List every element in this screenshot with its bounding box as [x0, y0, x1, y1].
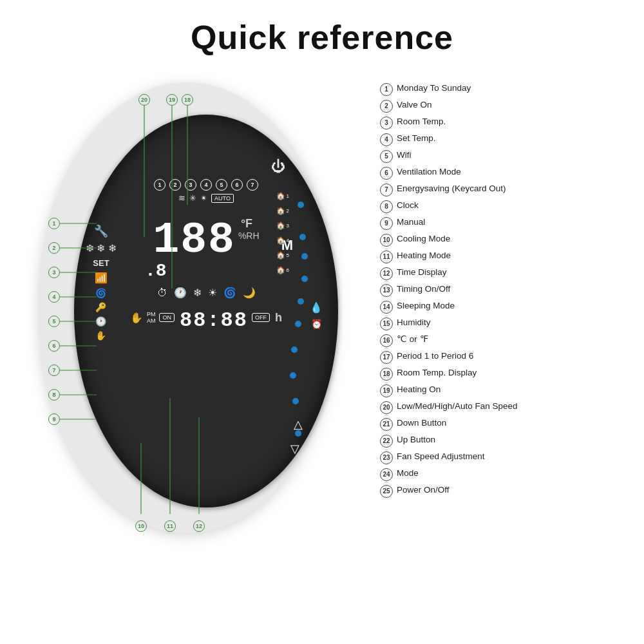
label-num-7: 7 — [380, 184, 393, 196]
diag-num-8: 8 — [48, 389, 60, 401]
label-num-24: 24 — [380, 468, 393, 481]
label-text-3: Room Temp. — [397, 116, 446, 128]
label-num-5: 5 — [380, 150, 393, 163]
hand-icon: ✋ — [95, 330, 106, 341]
device-body: ⏻ M 🔧 ❄ ❄ ❄ SET 📶 🌀 🔑 🕐 ✋ — [39, 82, 335, 533]
blue-dot-13 — [290, 372, 296, 379]
label-num-21: 21 — [380, 418, 393, 431]
blue-dot-23 — [295, 321, 301, 327]
label-num-6: 6 — [380, 167, 393, 180]
off-box: OFF — [252, 313, 270, 322]
label-num-16: 16 — [380, 334, 393, 347]
down-arrow-icon[interactable]: ▽ — [290, 442, 299, 456]
timer-icon: ⏱ — [157, 287, 167, 299]
sun-icon: ☀ — [208, 287, 217, 299]
decimal-value: .8 — [145, 262, 167, 280]
day-7: 7 — [247, 179, 258, 191]
moon-icon: 🌙 — [243, 287, 256, 299]
label-item-1: 1 Monday To Sunday — [380, 82, 644, 96]
diag-num-6: 6 — [48, 340, 60, 352]
diag-num-19: 19 — [166, 94, 178, 106]
fan-icon: 🌀 — [223, 287, 236, 299]
label-text-14: Sleeping Mode — [397, 300, 455, 312]
ventilation-icon: 🌀 — [95, 288, 106, 298]
blue-dot-25 — [298, 202, 304, 208]
time-display-value: 88:88 — [180, 310, 248, 331]
fan-med-icon: ✳ — [189, 193, 196, 203]
diag-num-4: 4 — [48, 291, 60, 303]
on-box: ON — [159, 313, 175, 322]
day-2: 2 — [169, 179, 181, 191]
label-item-4: 4 Set Temp. — [380, 133, 644, 146]
humidity-icon: 💧 — [310, 301, 323, 314]
label-num-17: 17 — [380, 351, 393, 364]
label-text-21: Down Button — [397, 417, 446, 430]
label-item-9: 9 Manual — [380, 216, 644, 230]
hour-unit: h — [275, 311, 282, 325]
label-text-6: Ventilation Mode — [397, 166, 461, 178]
diag-num-20: 20 — [138, 94, 150, 106]
up-arrow-icon[interactable]: △ — [294, 417, 303, 431]
label-item-3: 3 Room Temp. — [380, 116, 644, 129]
label-num-3: 3 — [380, 117, 393, 129]
label-text-13: Timing On/Off — [397, 283, 450, 296]
day-6: 6 — [231, 179, 243, 191]
period-icon-2: 🏠2 — [276, 207, 289, 215]
label-item-6: 6 Ventilation Mode — [380, 166, 644, 180]
auto-label: AUTO — [211, 194, 234, 203]
label-num-9: 9 — [380, 217, 393, 230]
label-item-7: 7 Energysaving (Keycard Out) — [380, 183, 644, 196]
period-icon-1: 🏠1 — [276, 192, 289, 200]
label-item-24: 24 Mode — [380, 468, 644, 481]
period-icon-3: 🏠3 — [276, 222, 289, 230]
label-text-5: Wifi — [397, 149, 412, 162]
label-num-10: 10 — [380, 234, 393, 247]
label-item-14: 14 Sleeping Mode — [380, 300, 644, 314]
day-4: 4 — [200, 179, 212, 191]
label-text-24: Mode — [397, 468, 419, 480]
temp-unit: °F — [241, 217, 252, 231]
label-num-15: 15 — [380, 317, 393, 330]
set-label-icon: SET — [93, 258, 109, 268]
label-text-25: Power On/Off — [397, 484, 450, 497]
blue-dot-14 — [291, 346, 298, 353]
label-text-20: Low/Med/High/Auto Fan Speed — [397, 401, 518, 413]
fan-icons: ❄ ❄ ❄ — [86, 242, 117, 254]
label-item-8: 8 Clock — [380, 200, 644, 213]
bottom-icons-row: ⏱ 🕐 ❄ ☀ 🌀 🌙 — [157, 287, 256, 299]
rh-unit: %RH — [238, 231, 260, 241]
label-item-23: 23 Fan Speed Adjustment — [380, 451, 644, 464]
diag-num-7: 7 — [48, 365, 60, 376]
label-item-12: 12 Time Display — [380, 267, 644, 280]
clock-face-icon: 🕐 — [174, 287, 187, 299]
label-list: 1 Monday To Sunday 2 Valve On 3 Room Tem… — [367, 70, 644, 501]
label-text-15: Humidity — [397, 317, 431, 329]
main-number-display: 188 °F %RH — [153, 212, 259, 262]
label-item-16: 16 ℃ or ℉ — [380, 334, 644, 347]
label-num-8: 8 — [380, 200, 393, 213]
fan-low-icon: ≋ — [178, 193, 185, 203]
label-text-17: Period 1 to Period 6 — [397, 350, 473, 363]
label-num-23: 23 — [380, 451, 393, 464]
label-num-2: 2 — [380, 100, 393, 113]
day-5: 5 — [216, 179, 227, 191]
fan-high-icon: ✴ — [200, 193, 207, 203]
label-num-22: 22 — [380, 435, 393, 448]
diagram-area: ⏻ M 🔧 ❄ ❄ ❄ SET 📶 🌀 🔑 🕐 ✋ — [19, 70, 367, 559]
label-item-11: 11 Heating Mode — [380, 250, 644, 263]
label-num-13: 13 — [380, 284, 393, 297]
am-label: AM — [147, 317, 156, 324]
blue-dot-21 — [295, 430, 301, 437]
label-item-21: 21 Down Button — [380, 417, 644, 431]
label-item-19: 19 Heating On — [380, 384, 644, 397]
label-text-7: Energysaving (Keycard Out) — [397, 183, 506, 195]
label-num-12: 12 — [380, 267, 393, 280]
diag-num-5: 5 — [48, 316, 60, 327]
diag-num-3: 3 — [48, 267, 60, 278]
label-text-23: Fan Speed Adjustment — [397, 451, 485, 463]
label-text-18: Room Temp. Display — [397, 367, 477, 379]
label-item-25: 25 Power On/Off — [380, 484, 644, 498]
day-1: 1 — [154, 179, 166, 191]
blue-dot-17 — [299, 234, 306, 240]
period-icon-5: 🏠5 — [276, 251, 289, 260]
